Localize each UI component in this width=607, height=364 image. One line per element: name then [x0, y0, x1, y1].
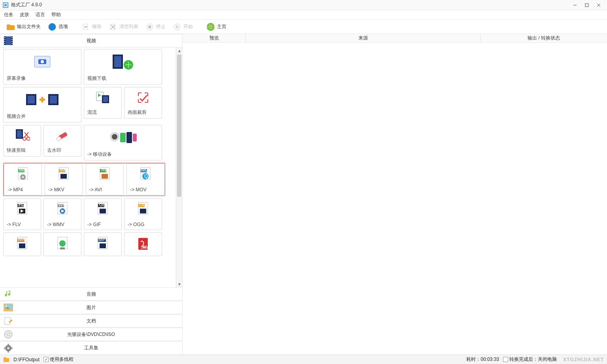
mobile-devices-icon	[84, 125, 162, 149]
svg-rect-41	[50, 96, 57, 104]
checkbox-off-icon	[503, 357, 508, 362]
tile-video-merge[interactable]: 视频合并	[3, 87, 81, 123]
tile-to-ogg[interactable]: OGG -> OGG	[124, 198, 162, 230]
tile-crop[interactable]: 画面裁剪	[124, 87, 162, 119]
statusbar: D:\FFOutput 使用多线程 耗时：00:03:33 转换完成后：关闭电脑…	[0, 355, 607, 364]
shutdown-checkbox[interactable]: 转换完成后：关闭电脑	[503, 356, 557, 363]
folder-small-icon[interactable]	[3, 356, 9, 363]
svg-rect-27	[4, 43, 5, 44]
mov-file-icon: MOVQ	[127, 164, 164, 185]
tile-to-mkv[interactable]: MKV -> MKV	[45, 164, 83, 195]
tile-to-swf[interactable]: SWF	[124, 232, 162, 256]
svg-rect-92	[100, 209, 106, 213]
svg-rect-59	[126, 132, 132, 143]
highlighted-format-row: MP4 -> MP4 MKV -> MKV AVI -> AVI MOVQ	[3, 163, 165, 196]
svg-point-34	[41, 60, 44, 63]
webm-file-icon: webm	[4, 233, 41, 256]
svg-rect-24	[4, 37, 5, 38]
tile-to-avi[interactable]: AVI -> AVI	[86, 164, 124, 195]
elapsed-time: 耗时：00:03:33	[466, 356, 499, 363]
tiles-scrollbar[interactable]: ▴ ▾	[176, 47, 182, 287]
svg-rect-103	[60, 247, 65, 249]
svg-text:webm: webm	[17, 237, 30, 242]
tile-mux[interactable]: 混流	[84, 87, 122, 119]
tile-to-flv[interactable]: FLV -> FLV	[3, 198, 41, 230]
tile-quick-cut[interactable]: 快速剪辑	[3, 125, 41, 157]
category-optical[interactable]: 光驱设备\DVD\CD\ISO	[0, 328, 182, 341]
svg-text:MOV: MOV	[141, 167, 152, 173]
disc-icon	[2, 328, 15, 341]
home-button[interactable]: 主页	[204, 21, 229, 32]
titlebar: 格式工厂 4.9.0	[0, 0, 607, 10]
category-audio[interactable]: 音频	[0, 287, 182, 301]
col-source[interactable]: 来源	[246, 34, 481, 42]
menubar: 任务 皮肤 语言 帮助	[0, 10, 607, 20]
output-folder-label: 输出文件夹	[17, 23, 41, 30]
svg-text:SWF: SWF	[141, 245, 151, 250]
menu-language[interactable]: 语言	[36, 11, 45, 18]
start-button[interactable]: 开始	[170, 21, 195, 32]
right-panel: 预览 来源 输出 / 转换状态	[183, 34, 607, 355]
left-panel: 视频 屏幕录像 视频下载	[0, 34, 183, 355]
svg-rect-58	[120, 133, 126, 142]
svg-rect-125	[4, 357, 6, 359]
scroll-down-icon[interactable]: ▾	[176, 281, 182, 287]
svg-point-57	[112, 134, 117, 140]
output-path[interactable]: D:\FFOutput	[13, 357, 40, 362]
tile-to-wmv[interactable]: WMV -> WMV	[43, 198, 81, 230]
svg-point-112	[6, 305, 7, 307]
svg-text:MPEG: MPEG	[98, 237, 111, 242]
svg-text:GIF: GIF	[99, 202, 107, 207]
stop-icon	[145, 23, 154, 31]
remove-label: 移除	[92, 23, 102, 30]
app-icon	[2, 2, 9, 8]
svg-rect-31	[11, 43, 12, 44]
category-document[interactable]: 文档	[0, 314, 182, 328]
tile-screen-record[interactable]: 屏幕录像	[3, 49, 81, 85]
clear-list-label: 清空列表	[119, 23, 138, 30]
multithread-checkbox[interactable]: 使用多线程	[43, 356, 74, 363]
category-tools[interactable]: 工具集	[0, 341, 182, 355]
tile-video-download[interactable]: 视频下载	[84, 49, 162, 85]
folder-icon	[6, 23, 15, 31]
tile-remove-watermark[interactable]: 去水印	[43, 125, 81, 157]
output-folder-button[interactable]: 输出文件夹	[4, 21, 43, 32]
menu-help[interactable]: 帮助	[51, 11, 61, 18]
remove-button[interactable]: 移除	[79, 21, 104, 32]
svg-rect-16	[149, 26, 151, 28]
scroll-thumb[interactable]	[177, 55, 181, 197]
svg-rect-36	[114, 56, 121, 67]
window-title: 格式工厂 4.9.0	[11, 2, 42, 8]
tile-to-mobile[interactable]: -> 移动设备	[84, 125, 162, 160]
svg-rect-100	[19, 243, 25, 248]
maximize-button[interactable]	[581, 1, 593, 9]
menu-task[interactable]: 任务	[4, 11, 13, 18]
tile-to-mp4[interactable]: MP4 -> MP4	[4, 164, 42, 195]
mpeg-file-icon: MPEG	[84, 233, 121, 256]
tile-to-gif[interactable]: GIF -> GIF	[84, 198, 122, 230]
col-preview[interactable]: 预览	[183, 34, 246, 42]
tile-to-mov[interactable]: MOVQ -> MOV	[126, 164, 164, 195]
svg-point-102	[59, 240, 66, 247]
svg-rect-73	[102, 174, 108, 179]
scroll-up-icon[interactable]: ▴	[176, 47, 182, 54]
svg-rect-49	[17, 130, 22, 138]
tile-to-mpeg[interactable]: MPEG	[84, 232, 122, 256]
menu-skin[interactable]: 皮肤	[20, 11, 29, 18]
options-button[interactable]: 选项	[45, 21, 70, 32]
mkv-file-icon: MKV	[45, 164, 82, 185]
clear-list-button[interactable]: 清空列表	[106, 21, 141, 32]
minimize-button[interactable]	[569, 1, 581, 9]
close-button[interactable]	[593, 1, 605, 9]
tile-to-3gp[interactable]	[43, 232, 81, 256]
svg-text:OGG: OGG	[139, 202, 150, 207]
category-image[interactable]: 图片	[0, 301, 182, 314]
svg-rect-30	[11, 41, 12, 42]
stop-button[interactable]: 停止	[143, 21, 168, 32]
avi-file-icon: AVI	[86, 164, 123, 185]
svg-rect-60	[133, 134, 137, 141]
category-video-header[interactable]: 视频	[0, 34, 182, 47]
tile-to-webm[interactable]: webm	[3, 232, 41, 256]
home-label: 主页	[217, 23, 226, 30]
col-output-state[interactable]: 输出 / 转换状态	[481, 34, 607, 42]
